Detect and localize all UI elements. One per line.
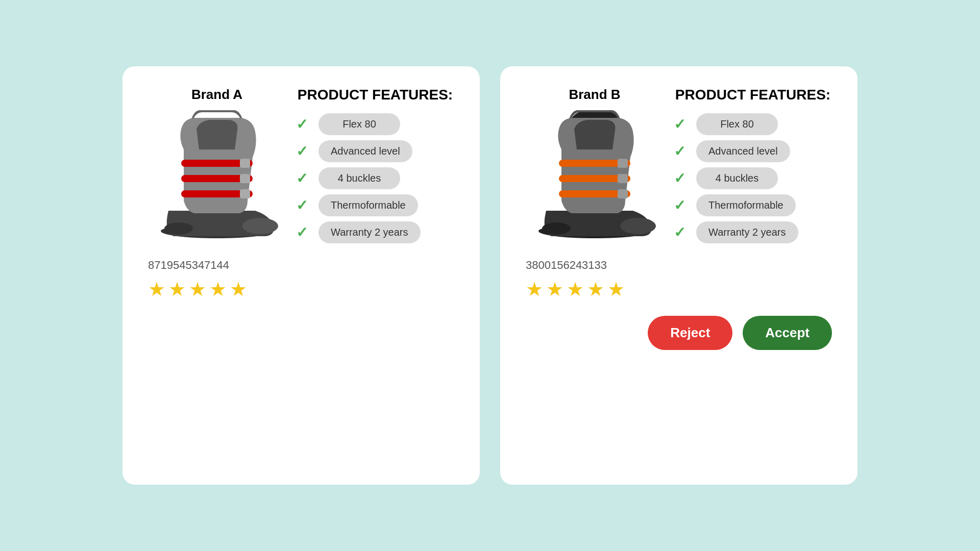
- boot-image-a: [153, 109, 281, 241]
- feature-badge-a-3: Thermoformable: [318, 194, 418, 216]
- feature-badge-b-4: Warranty 2 years: [696, 221, 798, 243]
- product-card-a: Brand A: [122, 66, 480, 485]
- feature-list-a: ✓ Flex 80 ✓ Advanced level ✓ 4 buckles ✓…: [296, 113, 454, 243]
- feature-item-b-0: ✓ Flex 80: [674, 113, 832, 135]
- feature-badge-a-1: Advanced level: [318, 140, 412, 162]
- features-section-a: PRODUCT FEATURES: ✓ Flex 80 ✓ Advanced l…: [296, 87, 454, 243]
- feature-badge-b-3: Thermoformable: [696, 194, 796, 216]
- svg-point-8: [164, 222, 193, 235]
- stars-a: ★ ★ ★ ★ ★: [148, 278, 454, 300]
- check-icon-b-2: ✓: [674, 170, 690, 187]
- feature-badge-b-1: Advanced level: [696, 140, 790, 162]
- check-icon-a-1: ✓: [296, 143, 312, 160]
- card-bottom-b: 3800156243133 ★ ★ ★ ★ ★ Reject Accept: [526, 259, 832, 350]
- star-a-4: ★: [209, 278, 227, 300]
- action-buttons: Reject Accept: [526, 316, 832, 350]
- svg-rect-15: [618, 189, 628, 198]
- barcode-a: 8719545347144: [148, 259, 454, 272]
- features-section-b: PRODUCT FEATURES: ✓ Flex 80 ✓ Advanced l…: [674, 87, 832, 243]
- star-b-3: ★: [567, 278, 584, 300]
- svg-rect-13: [618, 159, 628, 168]
- star-b-5: ★: [607, 278, 625, 300]
- features-title-b: PRODUCT FEATURES:: [674, 87, 832, 103]
- svg-rect-14: [618, 174, 628, 183]
- feature-item-a-1: ✓ Advanced level: [296, 140, 454, 162]
- check-icon-a-3: ✓: [296, 197, 312, 214]
- star-a-1: ★: [148, 278, 165, 300]
- svg-rect-6: [240, 189, 250, 198]
- star-a-3: ★: [189, 278, 206, 300]
- feature-item-a-4: ✓ Warranty 2 years: [296, 221, 454, 243]
- brand-name-a: Brand A: [191, 87, 242, 103]
- star-b-4: ★: [587, 278, 604, 300]
- product-card-b: Brand B: [500, 66, 857, 485]
- feature-item-a-0: ✓ Flex 80: [296, 113, 454, 135]
- accept-button[interactable]: Accept: [743, 316, 832, 350]
- star-b-2: ★: [546, 278, 564, 300]
- card-bottom-a: 8719545347144 ★ ★ ★ ★ ★: [148, 259, 454, 300]
- svg-point-17: [542, 222, 571, 235]
- page-wrapper: Brand A: [0, 0, 980, 551]
- svg-rect-4: [240, 159, 250, 168]
- feature-item-b-4: ✓ Warranty 2 years: [674, 221, 832, 243]
- brand-section-a: Brand A: [148, 87, 286, 241]
- svg-point-7: [242, 218, 278, 234]
- features-title-a: PRODUCT FEATURES:: [296, 87, 454, 103]
- check-icon-b-0: ✓: [674, 116, 690, 133]
- feature-list-b: ✓ Flex 80 ✓ Advanced level ✓ 4 buckles ✓…: [674, 113, 832, 243]
- feature-badge-a-0: Flex 80: [318, 113, 400, 135]
- star-a-5: ★: [230, 278, 247, 300]
- boot-image-b: [531, 109, 658, 241]
- check-icon-a-4: ✓: [296, 224, 312, 241]
- check-icon-b-1: ✓: [674, 143, 690, 160]
- reject-button[interactable]: Reject: [648, 316, 732, 350]
- check-icon-a-2: ✓: [296, 170, 312, 187]
- brand-section-b: Brand B: [526, 87, 664, 241]
- svg-point-16: [620, 218, 656, 234]
- stars-b: ★ ★ ★ ★ ★: [526, 278, 832, 300]
- feature-badge-b-2: 4 buckles: [696, 167, 778, 189]
- check-icon-b-3: ✓: [674, 197, 690, 214]
- svg-rect-5: [240, 174, 250, 183]
- barcode-b: 3800156243133: [526, 259, 832, 272]
- card-top-b: Brand B: [526, 87, 832, 243]
- feature-item-b-2: ✓ 4 buckles: [674, 167, 832, 189]
- feature-item-a-2: ✓ 4 buckles: [296, 167, 454, 189]
- star-a-2: ★: [168, 278, 186, 300]
- feature-badge-a-2: 4 buckles: [318, 167, 400, 189]
- feature-item-b-1: ✓ Advanced level: [674, 140, 832, 162]
- star-b-1: ★: [526, 278, 543, 300]
- check-icon-b-4: ✓: [674, 224, 690, 241]
- feature-badge-b-0: Flex 80: [696, 113, 778, 135]
- brand-name-b: Brand B: [569, 87, 620, 103]
- check-icon-a-0: ✓: [296, 116, 312, 133]
- feature-item-a-3: ✓ Thermoformable: [296, 194, 454, 216]
- card-top-a: Brand A: [148, 87, 454, 243]
- feature-badge-a-4: Warranty 2 years: [318, 221, 421, 243]
- feature-item-b-3: ✓ Thermoformable: [674, 194, 832, 216]
